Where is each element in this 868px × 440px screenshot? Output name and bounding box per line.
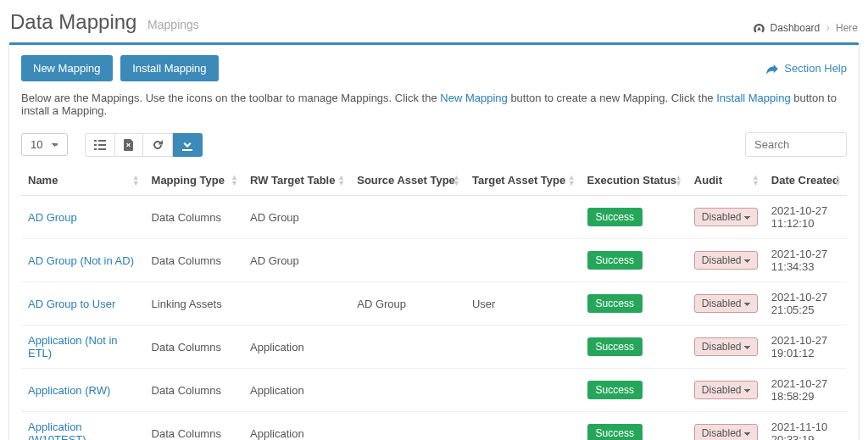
target-asset: User — [465, 282, 581, 326]
intro-link-new[interactable]: New Mapping — [440, 92, 508, 104]
col-header[interactable]: RW Target Table▲▼ — [243, 165, 350, 196]
mapping-name-link[interactable]: Application (RW) — [28, 384, 110, 397]
mapping-name-link[interactable]: Application (W10TEST) — [28, 421, 86, 440]
table-row: Application (W10TEST)Data ColumnsApplica… — [21, 412, 847, 441]
download-icon — [181, 139, 193, 151]
col-header[interactable]: Date Created▲▼ — [765, 165, 847, 196]
intro-link-install[interactable]: Install Mapping — [716, 92, 790, 104]
svg-rect-5 — [98, 148, 106, 150]
main-panel: New Mapping Install Mapping Section Help… — [8, 42, 860, 440]
refresh-icon — [152, 139, 164, 151]
sort-icon: ▲▼ — [834, 175, 842, 187]
mapping-type: Data Columns — [145, 412, 243, 441]
col-header[interactable]: Mapping Type▲▼ — [145, 165, 243, 196]
mapping-type: Data Columns — [145, 239, 243, 282]
date-created: 2021-10-27 19:01:12 — [765, 326, 847, 369]
rw-target: Application — [243, 412, 350, 441]
audit-select[interactable]: Disabled — [694, 424, 758, 440]
download-button[interactable] — [173, 133, 203, 157]
svg-rect-3 — [98, 144, 106, 146]
intro-text: Below are the Mappings. Use the icons on… — [21, 92, 847, 117]
share-icon — [766, 64, 778, 75]
list-view-button[interactable] — [85, 133, 115, 157]
col-header[interactable]: Source Asset Type▲▼ — [350, 165, 465, 196]
col-header[interactable]: Audit▲▼ — [687, 165, 765, 196]
page-subtitle: Mappings — [147, 18, 199, 31]
col-header[interactable]: Execution Status▲▼ — [581, 165, 687, 196]
section-help-link[interactable]: Section Help — [766, 62, 847, 75]
excel-icon — [124, 139, 134, 151]
mapping-type: Linking Assets — [145, 282, 243, 326]
refresh-button[interactable] — [143, 133, 173, 157]
target-asset — [465, 369, 581, 412]
status-badge: Success — [587, 381, 643, 399]
mappings-table: Name▲▼Mapping Type▲▼RW Target Table▲▼Sou… — [21, 165, 847, 440]
mapping-name-link[interactable]: AD Group (Not in AD) — [28, 254, 134, 267]
breadcrumb: Dashboard › Here — [754, 22, 858, 34]
target-asset — [465, 239, 581, 282]
audit-select[interactable]: Disabled — [694, 294, 758, 313]
date-created: 2021-10-27 18:58:29 — [765, 369, 847, 412]
section-help-label: Section Help — [784, 62, 847, 75]
sort-icon: ▲▼ — [132, 175, 140, 187]
page-title: Data Mapping Mappings — [10, 10, 199, 34]
status-badge: Success — [587, 251, 643, 270]
col-header[interactable]: Target Asset Type▲▼ — [465, 165, 581, 196]
source-asset — [350, 239, 465, 282]
breadcrumb-dashboard[interactable]: Dashboard — [771, 22, 821, 34]
status-badge: Success — [587, 208, 643, 226]
sort-icon: ▲▼ — [231, 175, 238, 187]
audit-select[interactable]: Disabled — [694, 208, 758, 226]
mapping-name-link[interactable]: AD Group to User — [28, 298, 115, 310]
search-input[interactable] — [745, 132, 847, 157]
breadcrumb-here: Here — [836, 22, 858, 34]
mapping-name-link[interactable]: AD Group — [28, 211, 77, 224]
svg-rect-1 — [98, 140, 106, 142]
date-created: 2021-11-10 20:33:19 — [765, 412, 847, 441]
source-asset — [350, 412, 465, 441]
rw-target: AD Group — [243, 239, 350, 282]
sort-icon: ▲▼ — [568, 175, 576, 187]
new-mapping-button[interactable]: New Mapping — [21, 55, 113, 81]
target-asset — [465, 412, 581, 441]
source-asset — [350, 196, 465, 239]
rw-target: Application — [243, 326, 350, 369]
breadcrumb-separator: › — [826, 22, 830, 34]
table-row: Application (Not in ETL)Data ColumnsAppl… — [21, 326, 847, 369]
audit-select[interactable]: Disabled — [694, 381, 758, 399]
audit-select[interactable]: Disabled — [694, 337, 758, 356]
page-title-text: Data Mapping — [10, 10, 136, 33]
svg-rect-0 — [94, 140, 97, 142]
rw-target: AD Group — [243, 196, 350, 239]
table-toolbar — [85, 133, 203, 157]
rw-target: Application — [243, 369, 350, 412]
table-row: Application (RW)Data ColumnsApplicationS… — [21, 369, 847, 412]
export-excel-button[interactable] — [115, 133, 143, 157]
date-created: 2021-10-27 11:34:33 — [765, 239, 847, 282]
target-asset — [465, 196, 581, 239]
dashboard-icon — [754, 24, 765, 33]
date-created: 2021-10-27 11:12:10 — [765, 196, 847, 239]
list-icon — [94, 140, 106, 150]
install-mapping-button[interactable]: Install Mapping — [120, 55, 218, 81]
mapping-type: Data Columns — [145, 196, 243, 239]
sort-icon: ▲▼ — [337, 175, 345, 187]
status-badge: Success — [587, 294, 643, 313]
mapping-type: Data Columns — [145, 326, 243, 369]
page-size-select[interactable]: 10 — [21, 133, 68, 156]
audit-select[interactable]: Disabled — [694, 251, 758, 270]
table-row: AD Group to UserLinking AssetsAD GroupUs… — [21, 282, 847, 326]
source-asset: AD Group — [350, 282, 465, 326]
sort-icon: ▲▼ — [453, 175, 460, 187]
target-asset — [465, 326, 581, 369]
source-asset — [350, 326, 465, 369]
status-badge: Success — [587, 424, 643, 440]
col-header[interactable]: Name▲▼ — [21, 165, 145, 196]
table-row: AD GroupData ColumnsAD GroupSuccessDisab… — [21, 196, 847, 239]
rw-target — [243, 282, 350, 326]
source-asset — [350, 369, 465, 412]
svg-rect-4 — [94, 148, 97, 150]
mapping-name-link[interactable]: Application (Not in ETL) — [28, 334, 118, 359]
sort-icon: ▲▼ — [752, 175, 760, 187]
date-created: 2021-10-27 21:05:25 — [765, 282, 847, 326]
